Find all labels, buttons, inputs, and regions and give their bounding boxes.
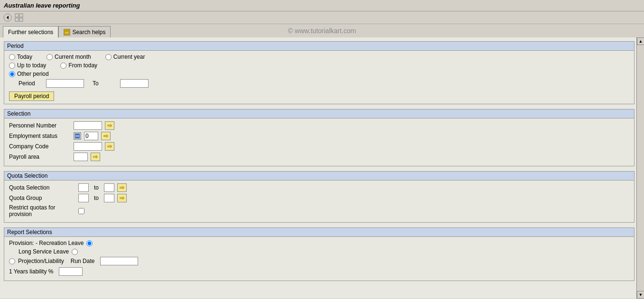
payroll-area-arrow[interactable] [91, 153, 100, 161]
company-code-label: Company Code [9, 143, 71, 150]
radio-from-today-label: From today [68, 62, 97, 69]
run-date-input[interactable] [100, 257, 138, 265]
radio-up-to-today-label: Up to today [17, 62, 46, 69]
app-title: Australian leave reporting [4, 2, 80, 9]
selection-section-header: Selection [4, 109, 634, 118]
employment-status-arrow[interactable] [101, 132, 111, 140]
long-service-label: Long Service Leave [19, 248, 69, 255]
scroll-up-button[interactable]: ▲ [637, 37, 644, 45]
radio-up-to-today[interactable] [9, 63, 15, 69]
quota-group-arrow[interactable] [117, 194, 127, 202]
report-section-header: Report Selections [4, 228, 634, 237]
personnel-number-row: Personnel Number [9, 121, 629, 130]
provision-recreation-row: Provision: - Recreation Leave [9, 240, 629, 246]
main-content: Period Today Current month Current year [0, 37, 644, 299]
radio-from-today[interactable] [60, 63, 66, 69]
years-liability-label: 1 Years liability % [9, 268, 53, 275]
radio-today[interactable] [9, 54, 15, 60]
quota-group-to-input[interactable] [104, 194, 114, 202]
period-to-input[interactable] [120, 79, 149, 88]
title-bar: Australian leave reporting [0, 0, 644, 11]
employment-status-row: Employment status [9, 132, 629, 140]
radio-recreation-leave[interactable] [86, 240, 93, 246]
employment-status-input[interactable] [84, 132, 98, 140]
period-from-input[interactable] [46, 79, 84, 88]
svg-rect-4 [15, 18, 19, 21]
personnel-number-arrow[interactable] [105, 121, 114, 130]
payroll-area-input[interactable] [74, 153, 88, 161]
report-section: Report Selections Provision: - Recreatio… [4, 227, 635, 281]
tab-further-selections-label: Further selections [8, 29, 53, 36]
quota-group-from-input[interactable] [78, 194, 89, 202]
payroll-area-row: Payroll area [9, 153, 629, 161]
run-date-label: Run Date [71, 258, 95, 264]
tab-bar: Further selections ⇨ Search helps [0, 24, 644, 37]
years-liability-input[interactable] [59, 267, 83, 276]
quota-selection-row: Quota Selection to [9, 183, 629, 192]
restrict-quotas-checkbox[interactable] [78, 208, 84, 214]
quota-group-label: Quota Group [9, 195, 75, 201]
tab-further-selections[interactable]: Further selections [3, 26, 58, 37]
restrict-quotas-label: Restrict quotas for provision [9, 204, 75, 217]
personnel-number-input[interactable] [74, 121, 102, 130]
svg-rect-2 [15, 14, 19, 17]
radio-projection-liability[interactable] [9, 258, 15, 264]
period-section: Period Today Current month Current year [4, 41, 635, 104]
quota-selection-from-input[interactable] [78, 183, 89, 192]
scroll-track [637, 45, 644, 291]
payroll-area-label: Payroll area [9, 154, 71, 160]
employment-status-icon[interactable] [74, 132, 81, 140]
period-to-label: To [93, 80, 116, 87]
radio-today-label: Today [17, 54, 32, 60]
period-field-label: Period [19, 80, 42, 87]
radio-current-month[interactable] [47, 54, 53, 60]
quota-selection-to-label: to [92, 184, 101, 191]
tab-search-helps-label: Search helps [72, 29, 105, 36]
selection-section: Selection Personnel Number Employment st… [4, 109, 635, 166]
quota-section: Quota Selection Quota Selection to Quota… [4, 171, 635, 223]
quota-selection-arrow[interactable] [117, 183, 127, 192]
radio-current-year[interactable] [105, 54, 112, 60]
quota-group-row: Quota Group to [9, 194, 629, 202]
toolbar [0, 11, 644, 24]
company-code-arrow[interactable] [105, 142, 114, 151]
quota-section-header: Quota Selection [4, 172, 634, 181]
personnel-number-label: Personnel Number [9, 122, 71, 129]
scroll-down-button[interactable]: ▼ [637, 291, 644, 299]
scrollbar: ▲ ▼ [636, 37, 644, 299]
svg-rect-5 [19, 18, 23, 21]
projection-liability-row: Projection/Liability Run Date [9, 257, 629, 265]
radio-other-period[interactable] [9, 71, 15, 77]
restrict-quotas-row: Restrict quotas for provision [9, 204, 629, 217]
quota-selection-to-input[interactable] [104, 183, 114, 192]
years-liability-row: 1 Years liability % [9, 267, 629, 276]
svg-rect-3 [19, 14, 23, 17]
period-section-header: Period [4, 42, 634, 51]
grid-icon[interactable] [14, 13, 24, 22]
radio-long-service[interactable] [72, 249, 78, 255]
company-code-row: Company Code [9, 142, 629, 151]
quota-selection-label: Quota Selection [9, 184, 75, 191]
provision-label: Provision: - Recreation Leave [9, 240, 84, 246]
employment-status-label: Employment status [9, 133, 71, 139]
long-service-row: Long Service Leave [9, 248, 629, 255]
payroll-period-button[interactable]: Payroll period [9, 91, 54, 101]
quota-group-to-label: to [92, 195, 101, 201]
tab-search-helps[interactable]: ⇨ Search helps [58, 26, 111, 37]
radio-current-year-label: Current year [113, 54, 145, 60]
radio-current-month-label: Current month [55, 54, 91, 60]
radio-other-period-label: Other period [17, 71, 49, 77]
back-icon[interactable] [3, 13, 12, 22]
projection-liability-label: Projection/Liability [18, 258, 64, 264]
company-code-input[interactable] [74, 142, 102, 151]
